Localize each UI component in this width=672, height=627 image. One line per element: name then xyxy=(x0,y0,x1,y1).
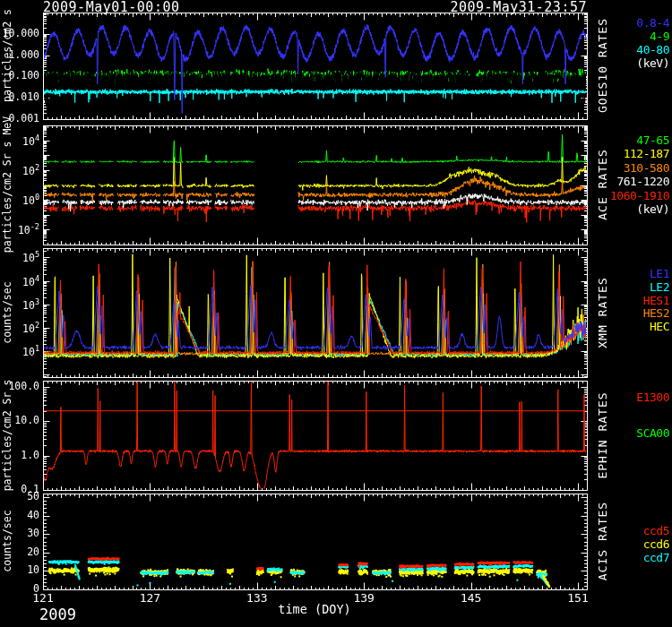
y-tick-label: 0.100 xyxy=(8,70,39,81)
legend-label: 4-9 xyxy=(650,30,669,43)
y-tick-label: 102 xyxy=(22,322,39,334)
y-tick-label: 1.000 xyxy=(8,49,39,60)
y-tick-label: 100.0 xyxy=(8,381,39,391)
y-tick-label: 10 xyxy=(27,564,39,575)
y-tick-label: 10-2 xyxy=(18,223,39,236)
panel-title-ace: ACE RATES xyxy=(597,149,609,219)
radiation-monitor-plot: 2009-May01-00:00 2009-May31-23:57 GOES10… xyxy=(0,0,672,627)
y-tick-label: 0.001 xyxy=(8,113,39,124)
y-tick-label: 103 xyxy=(22,298,39,311)
panel-title-acis: ACIS RATES xyxy=(597,502,609,580)
x-axis-year: 2009 xyxy=(39,607,76,623)
y-tick-label: 100 xyxy=(22,193,39,206)
x-tick-label: 133 xyxy=(239,592,275,605)
legend-label: 47-65 xyxy=(636,134,669,147)
y-axis-label-ace: particles/cm2 Sr s MeV xyxy=(2,116,13,253)
legend-label: 0.8-4 xyxy=(636,17,669,30)
y-tick-label: 10.000 xyxy=(2,28,39,39)
panel-title-ephin: EPHIN RATES xyxy=(597,391,609,478)
plot-start-time: 2009-May01-00:00 xyxy=(43,1,180,15)
plot-end-time: 2009-May31-23:57 xyxy=(451,1,588,15)
x-tick-label: 145 xyxy=(453,592,489,605)
x-axis-title: time (DOY) xyxy=(278,603,350,615)
y-tick-label: 102 xyxy=(22,164,39,176)
panel-title-xmm: XMM RATES xyxy=(597,277,609,348)
legend-label: (keV) xyxy=(636,57,669,70)
legend-label: 40-80 xyxy=(636,44,669,56)
y-tick-label: 0.010 xyxy=(8,91,39,102)
y-tick-label: 104 xyxy=(22,275,39,288)
legend-label: LE2 xyxy=(650,281,669,294)
legend-label: 112-187 xyxy=(624,148,669,160)
y-axis-label-xmm: counts/sec xyxy=(2,281,13,343)
y-tick-label: 105 xyxy=(22,251,39,263)
y-axis-label-acis: counts/sec xyxy=(2,510,13,571)
y-tick-label: 1.0 xyxy=(21,450,39,460)
x-tick-label: 139 xyxy=(346,592,382,605)
y-tick-label: 10.0 xyxy=(14,415,39,425)
x-tick-label: 151 xyxy=(560,592,596,605)
legend-label: 761-1220 xyxy=(616,176,669,188)
y-tick-label: 30 xyxy=(27,528,39,538)
legend-label: 310-580 xyxy=(624,162,669,175)
legend-label: SCA00 xyxy=(636,427,669,440)
y-tick-label: 20 xyxy=(27,546,39,557)
legend-label: (keV) xyxy=(636,203,669,216)
legend-label: ccd6 xyxy=(643,538,669,551)
legend-label: HEC xyxy=(650,321,669,333)
legend-label: ccd7 xyxy=(643,552,669,564)
y-tick-label: 104 xyxy=(22,134,39,147)
legend-label: 1060-1910 xyxy=(610,190,669,202)
y-axis-label-ephin: particles/cm2 Sr s xyxy=(2,380,13,492)
y-tick-label: 101 xyxy=(22,345,39,357)
x-tick-label: 127 xyxy=(132,592,168,605)
legend-label: HES2 xyxy=(643,307,669,320)
panel-title-goes10: GOES10 RATES xyxy=(597,18,609,113)
legend-label: ccd5 xyxy=(643,525,669,537)
x-tick-label: 121 xyxy=(25,592,61,605)
legend-label: HES1 xyxy=(643,295,669,307)
y-tick-label: 50 xyxy=(27,491,39,502)
legend-label: LE1 xyxy=(650,268,669,280)
plot-canvas xyxy=(0,0,672,627)
legend-label: E1300 xyxy=(636,391,669,404)
y-tick-label: 40 xyxy=(27,510,39,520)
